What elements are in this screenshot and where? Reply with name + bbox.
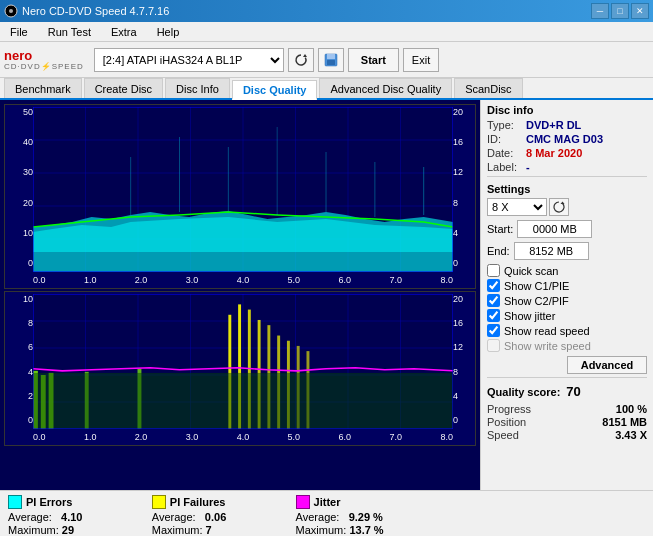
position-label: Position [487, 416, 526, 428]
show-c1-pie-checkbox[interactable] [487, 279, 500, 292]
exit-button[interactable]: Exit [403, 48, 439, 72]
show-jitter-checkbox[interactable] [487, 309, 500, 322]
minimize-button[interactable]: ─ [591, 3, 609, 19]
tab-scan-disc[interactable]: ScanDisc [454, 78, 522, 98]
speed-select[interactable]: 8 X 4 X 12 X 16 X [487, 198, 547, 216]
tab-advanced-disc-quality[interactable]: Advanced Disc Quality [319, 78, 452, 98]
show-write-speed-checkbox [487, 339, 500, 352]
pi-failures-color-box [152, 495, 166, 509]
top-chart-y-left: 50403020100 [5, 105, 33, 270]
quality-score-row: Quality score: 70 [487, 384, 647, 399]
end-input[interactable] [514, 242, 589, 260]
id-label: ID: [487, 133, 522, 145]
svg-marker-56 [561, 202, 565, 205]
bottom-chart-x: 0.01.02.03.04.05.06.07.08.0 [33, 429, 453, 445]
top-chart-x: 0.01.02.03.04.05.06.07.08.0 [33, 272, 453, 288]
date-label: Date: [487, 147, 522, 159]
jitter-title: Jitter [314, 496, 341, 508]
tab-disc-info[interactable]: Disc Info [165, 78, 230, 98]
pi-errors-avg: Average: 4.10 [8, 511, 112, 523]
speed-label: Speed [487, 429, 519, 441]
jitter-avg: Average: 9.29 % [296, 511, 407, 523]
menu-extra[interactable]: Extra [105, 24, 143, 40]
svg-rect-54 [33, 373, 453, 429]
progress-value: 100 % [616, 403, 647, 415]
show-c1-pie-label: Show C1/PIE [504, 280, 569, 292]
type-value: DVD+R DL [526, 119, 581, 131]
tab-create-disc[interactable]: Create Disc [84, 78, 163, 98]
progress-section: Progress 100 % Position 8151 MB Speed 3.… [487, 403, 647, 441]
tabs: Benchmark Create Disc Disc Info Disc Qua… [0, 78, 653, 100]
quality-score-label: Quality score: [487, 386, 560, 398]
menu-help[interactable]: Help [151, 24, 186, 40]
speed-refresh-button[interactable] [549, 198, 569, 216]
disc-info-section: Disc info Type: DVD+R DL ID: CMC MAG D03… [487, 104, 647, 173]
show-write-speed-label: Show write speed [504, 340, 591, 352]
tab-benchmark[interactable]: Benchmark [4, 78, 82, 98]
cd-icon [4, 4, 18, 18]
svg-rect-5 [327, 60, 335, 65]
position-value: 8151 MB [602, 416, 647, 428]
quality-score-value: 70 [566, 384, 580, 399]
top-chart-canvas [33, 107, 453, 272]
start-button[interactable]: Start [348, 48, 399, 72]
right-panel: Disc info Type: DVD+R DL ID: CMC MAG D03… [480, 100, 653, 490]
maximize-button[interactable]: □ [611, 3, 629, 19]
svg-point-1 [9, 9, 13, 13]
top-chart-y-right: 201612840 [453, 105, 475, 270]
jitter-color-box [296, 495, 310, 509]
title-buttons: ─ □ ✕ [591, 3, 649, 19]
title-text: Nero CD-DVD Speed 4.7.7.16 [22, 5, 169, 17]
menu-run-test[interactable]: Run Test [42, 24, 97, 40]
show-read-speed-label: Show read speed [504, 325, 590, 337]
id-value: CMC MAG D03 [526, 133, 603, 145]
pi-errors-legend: PI Errors Average: 4.10 Maximum: 29 Tota… [8, 495, 112, 536]
show-jitter-label: Show jitter [504, 310, 555, 322]
show-read-speed-checkbox[interactable] [487, 324, 500, 337]
title-bar: Nero CD-DVD Speed 4.7.7.16 ─ □ ✕ [0, 0, 653, 22]
quick-scan-checkbox[interactable] [487, 264, 500, 277]
bottom-chart-canvas [33, 294, 453, 429]
quick-scan-label: Quick scan [504, 265, 558, 277]
pi-errors-title: PI Errors [26, 496, 72, 508]
top-chart: 50403020100 201612840 0.01.02.03.04.05.0… [4, 104, 476, 289]
bottom-chart: 1086420 201612840 0.01.02.03.04.05.06.07… [4, 291, 476, 446]
svg-marker-2 [303, 54, 307, 57]
pi-failures-title: PI Failures [170, 496, 226, 508]
bottom-chart-y-left: 1086420 [5, 292, 33, 427]
refresh-icon-button[interactable] [288, 48, 314, 72]
nero-logo: nero CD·DVD⚡SPEED [4, 49, 84, 71]
pi-failures-legend: PI Failures Average: 0.06 Maximum: 7 Tot… [152, 495, 256, 536]
pi-errors-max: Maximum: 29 [8, 524, 112, 536]
show-c2-pif-label: Show C2/PIF [504, 295, 569, 307]
bottom-chart-y-right: 201612840 [453, 292, 475, 427]
menu-file[interactable]: File [4, 24, 34, 40]
progress-label: Progress [487, 403, 531, 415]
advanced-button[interactable]: Advanced [567, 356, 647, 374]
start-label: Start: [487, 223, 513, 235]
save-icon-button[interactable] [318, 48, 344, 72]
disc-info-title: Disc info [487, 104, 647, 116]
pi-errors-color-box [8, 495, 22, 509]
start-input[interactable] [517, 220, 592, 238]
tab-disc-quality[interactable]: Disc Quality [232, 80, 318, 100]
pi-failures-max: Maximum: 7 [152, 524, 256, 536]
jitter-max: Maximum: 13.7 % [296, 524, 407, 536]
pi-failures-avg: Average: 0.06 [152, 511, 256, 523]
show-c2-pif-checkbox[interactable] [487, 294, 500, 307]
type-label: Type: [487, 119, 522, 131]
toolbar: nero CD·DVD⚡SPEED [2:4] ATAPI iHAS324 A … [0, 42, 653, 78]
svg-rect-4 [327, 54, 335, 59]
speed-value: 3.43 X [615, 429, 647, 441]
menu-bar: File Run Test Extra Help [0, 22, 653, 42]
settings-title: Settings [487, 183, 647, 195]
close-button[interactable]: ✕ [631, 3, 649, 19]
main-content: 50403020100 201612840 0.01.02.03.04.05.0… [0, 100, 653, 490]
chart-area: 50403020100 201612840 0.01.02.03.04.05.0… [0, 100, 480, 490]
settings-section: Settings 8 X 4 X 12 X 16 X Start: [487, 183, 647, 374]
date-value: 8 Mar 2020 [526, 147, 582, 159]
label-label: Label: [487, 161, 522, 173]
legend-area: PI Errors Average: 4.10 Maximum: 29 Tota… [0, 490, 653, 536]
end-label: End: [487, 245, 510, 257]
drive-select[interactable]: [2:4] ATAPI iHAS324 A BL1P [94, 48, 284, 72]
